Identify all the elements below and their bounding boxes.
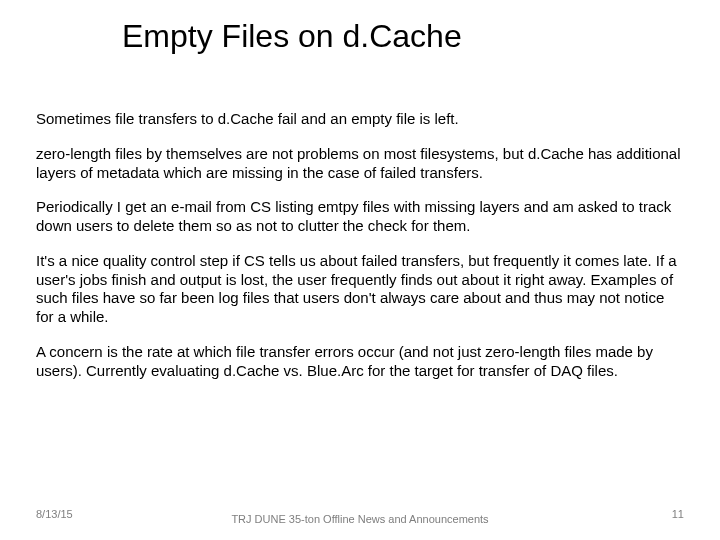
slide: Empty Files on d.Cache Sometimes file tr… — [0, 0, 720, 540]
slide-title: Empty Files on d.Cache — [122, 18, 462, 55]
paragraph: Sometimes file transfers to d.Cache fail… — [36, 110, 684, 129]
slide-footer: 8/13/15 TRJ DUNE 35-ton Offline News and… — [0, 496, 720, 526]
paragraph: Periodically I get an e-mail from CS lis… — [36, 198, 684, 236]
paragraph: It's a nice quality control step if CS t… — [36, 252, 684, 327]
footer-page-number: 11 — [672, 508, 684, 520]
footer-center: TRJ DUNE 35-ton Offline News and Announc… — [0, 513, 720, 526]
slide-body: Sometimes file transfers to d.Cache fail… — [36, 110, 684, 396]
paragraph: A concern is the rate at which file tran… — [36, 343, 684, 381]
paragraph: zero-length files by themselves are not … — [36, 145, 684, 183]
